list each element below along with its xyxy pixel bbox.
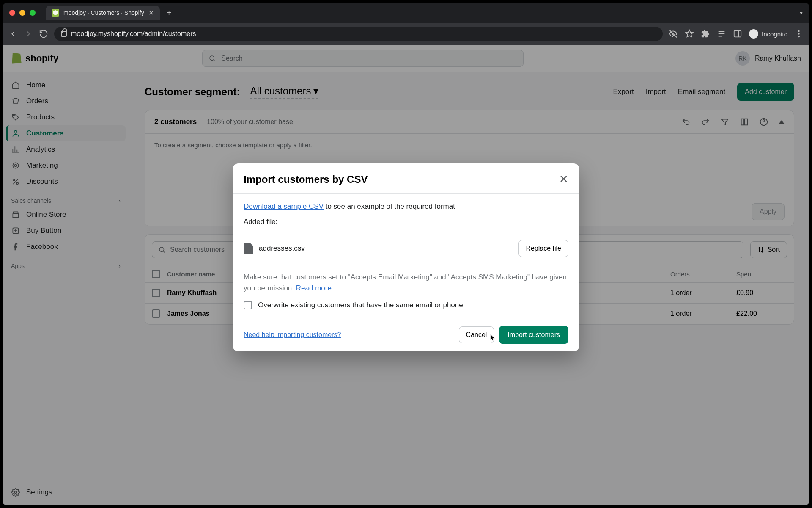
close-window-button[interactable] <box>9 10 15 16</box>
download-sample-line: Download a sample CSV to see an example … <box>244 202 568 211</box>
download-sample-link[interactable]: Download a sample CSV <box>244 202 324 210</box>
lock-icon <box>61 31 67 37</box>
close-icon[interactable]: ✕ <box>559 173 568 186</box>
modal-footer: Need help importing customers? Cancel Im… <box>233 318 579 351</box>
window-traffic-lights <box>9 10 36 16</box>
new-tab-button[interactable]: + <box>164 8 174 18</box>
browser-toolbar-right: Incognito <box>669 29 804 39</box>
svg-point-1 <box>798 30 800 32</box>
import-customers-button[interactable]: Import customers <box>499 326 568 344</box>
import-csv-modal: Import customers by CSV ✕ Download a sam… <box>233 163 579 351</box>
replace-file-button[interactable]: Replace file <box>518 240 568 257</box>
modal-scrim[interactable]: Import customers by CSV ✕ Download a sam… <box>3 45 809 505</box>
incognito-label: Incognito <box>762 30 787 38</box>
browser-window: moodjoy · Customers · Shopify ✕ + ▾ mood… <box>3 3 809 505</box>
tabs-overflow-icon[interactable]: ▾ <box>800 9 803 16</box>
kebab-menu-icon[interactable] <box>794 29 804 39</box>
help-link[interactable]: Need help importing customers? <box>244 331 341 339</box>
svg-point-2 <box>798 33 800 35</box>
shopify-app: shopify Search RK Ramy Khuffash Home Ord… <box>3 45 809 505</box>
file-icon <box>244 243 253 254</box>
overwrite-label: Overwrite existing customers that have t… <box>258 301 463 309</box>
panel-icon[interactable] <box>733 29 742 39</box>
permission-hint: Make sure that customers set to "Accepts… <box>244 272 568 293</box>
forward-button[interactable] <box>24 29 33 39</box>
modal-header: Import customers by CSV ✕ <box>233 163 579 193</box>
eye-off-icon[interactable] <box>669 29 678 39</box>
shopify-favicon-icon <box>52 9 59 17</box>
cancel-button[interactable]: Cancel <box>459 326 494 343</box>
maximize-window-button[interactable] <box>30 10 36 16</box>
url-text: moodjoy.myshopify.com/admin/customers <box>71 30 196 38</box>
file-name: addresses.csv <box>259 244 305 253</box>
browser-tab[interactable]: moodjoy · Customers · Shopify ✕ <box>46 6 160 20</box>
star-icon[interactable] <box>685 29 694 39</box>
url-field[interactable]: moodjoy.myshopify.com/admin/customers <box>54 27 663 41</box>
file-row: addresses.csv Replace file <box>244 233 568 264</box>
svg-point-3 <box>798 36 800 38</box>
overwrite-checkbox[interactable] <box>244 301 252 309</box>
incognito-indicator[interactable]: Incognito <box>749 29 787 39</box>
reading-list-icon[interactable] <box>717 29 726 39</box>
incognito-icon <box>749 29 758 39</box>
extensions-icon[interactable] <box>701 29 710 39</box>
modal-title: Import customers by CSV <box>244 174 368 185</box>
modal-body: Download a sample CSV to see an example … <box>233 193 579 318</box>
back-button[interactable] <box>8 29 18 39</box>
svg-rect-0 <box>734 31 741 37</box>
browser-tabbar: moodjoy · Customers · Shopify ✕ + ▾ <box>3 3 809 23</box>
close-tab-icon[interactable]: ✕ <box>148 9 154 17</box>
read-more-link[interactable]: Read more <box>296 284 332 292</box>
added-file-label: Added file: <box>244 218 568 226</box>
tab-title: moodjoy · Customers · Shopify <box>63 9 144 16</box>
reload-button[interactable] <box>39 29 48 39</box>
browser-address-bar: moodjoy.myshopify.com/admin/customers In… <box>3 23 809 45</box>
overwrite-option[interactable]: Overwrite existing customers that have t… <box>244 301 568 309</box>
minimize-window-button[interactable] <box>19 10 25 16</box>
